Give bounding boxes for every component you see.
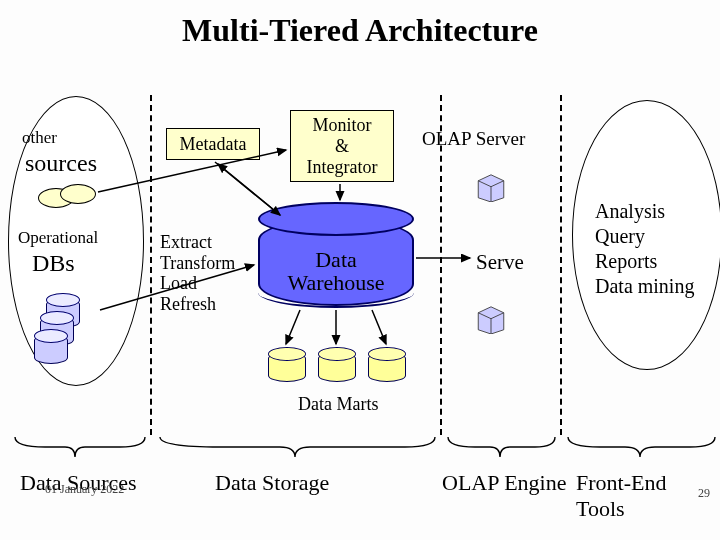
reports-label: Reports [595, 250, 657, 273]
svg-line-9 [286, 310, 300, 344]
other-sources-label: other [22, 128, 57, 148]
page-title: Multi-Tiered Architecture [0, 12, 720, 49]
svg-line-6 [218, 164, 280, 215]
tier-olap-engine: OLAP Engine [442, 470, 566, 496]
data-mart-icon [318, 352, 356, 382]
monitor-integrator-box: Monitor & Integrator [290, 110, 394, 182]
datamining-label: Data mining [595, 275, 694, 298]
tier-data-storage: Data Storage [215, 470, 329, 496]
etl-load: Load [160, 273, 235, 294]
footer-date: 01 January 2022 [45, 482, 124, 497]
data-warehouse-cylinder: Data Warehouse [258, 218, 414, 306]
footer-page-number: 29 [698, 486, 710, 501]
source-icon [60, 184, 96, 204]
tier-divider [560, 95, 562, 435]
svg-line-11 [372, 310, 386, 344]
query-label: Query [595, 225, 645, 248]
tier-divider [150, 95, 152, 435]
sources-label: sources [25, 150, 97, 178]
metadata-label: Metadata [180, 134, 247, 155]
data-mart-icon [268, 352, 306, 382]
dbs-label: DBs [32, 250, 75, 278]
dw-line1: Data [260, 248, 412, 271]
etl-label: Extract Transform Load Refresh [160, 232, 235, 315]
brace-row [0, 432, 720, 462]
olap-server-label: OLAP Server [422, 128, 525, 150]
data-marts-label: Data Marts [298, 394, 378, 415]
etl-transform: Transform [160, 253, 235, 274]
etl-extract: Extract [160, 232, 235, 253]
monitor-line1: Monitor [312, 115, 371, 136]
operational-label: Operational [18, 228, 98, 248]
analysis-label: Analysis [595, 200, 665, 223]
olap-cube-icon [474, 300, 508, 334]
serve-label: Serve [476, 250, 524, 274]
etl-refresh: Refresh [160, 294, 235, 315]
dw-line2: Warehouse [260, 271, 412, 294]
metadata-box: Metadata [166, 128, 260, 160]
monitor-line2: & [335, 136, 349, 157]
data-mart-icon [368, 352, 406, 382]
olap-cube-icon [474, 168, 508, 202]
svg-line-5 [215, 162, 280, 215]
db-icon [34, 334, 68, 364]
monitor-line3: Integrator [307, 157, 378, 178]
